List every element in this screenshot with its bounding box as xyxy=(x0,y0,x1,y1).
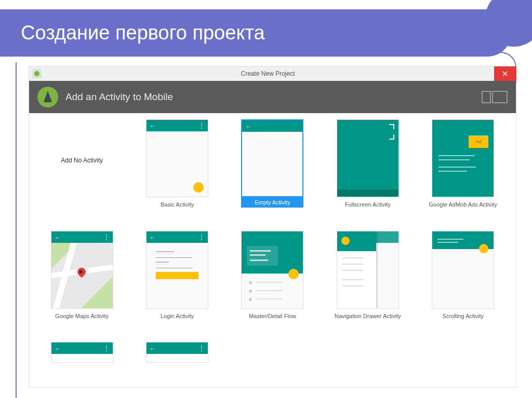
template-partial-2[interactable]: ←⋮ xyxy=(135,342,219,368)
template-google-maps-activity[interactable]: ←⋮ Google Maps Activity xyxy=(39,231,124,333)
window-titlebar: Create New Project xyxy=(29,66,516,81)
template-label: Master/Detail Flow xyxy=(249,313,296,319)
template-label: Fullscreen Activity xyxy=(345,201,391,208)
template-label: Google AdMob Ads Activity xyxy=(429,201,497,208)
slide-title: Создание первого проекта xyxy=(0,9,511,57)
template-scrolling-activity[interactable]: Scrolling Activity xyxy=(421,231,506,333)
ad-placeholder-icon: Ad xyxy=(469,135,488,148)
back-icon: ← xyxy=(150,122,156,130)
device-form-icon xyxy=(482,91,508,103)
template-empty-activity[interactable]: ← Empty Activity xyxy=(230,119,315,222)
template-label: Login Activity xyxy=(161,313,194,319)
template-label: Add No Activity xyxy=(61,157,103,164)
template-partial-1[interactable]: ←⋮ xyxy=(39,342,124,368)
template-label: Scrolling Activity xyxy=(443,313,484,319)
template-label: Navigation Drawer Activity xyxy=(335,313,401,319)
admob-bg xyxy=(432,120,494,197)
wizard-header: Add an Activity to Mobile xyxy=(29,81,516,113)
template-basic-activity[interactable]: ←⋮ Basic Activity xyxy=(135,119,219,222)
fab-icon xyxy=(193,182,204,193)
template-label: Empty Activity xyxy=(241,197,303,208)
template-label: Basic Activity xyxy=(161,201,194,208)
fab-icon xyxy=(288,269,299,279)
login-button-preview xyxy=(156,272,198,279)
menu-icon: ⋮ xyxy=(103,234,110,241)
android-studio-logo-icon xyxy=(37,87,58,107)
back-icon: ← xyxy=(55,345,61,352)
back-icon: ← xyxy=(55,234,61,241)
expand-icon xyxy=(389,134,394,140)
window-title: Create New Project xyxy=(42,70,494,77)
fab-icon xyxy=(479,244,488,253)
template-add-no-activity[interactable]: Add No Activity xyxy=(39,119,124,222)
avatar-icon xyxy=(341,237,350,245)
close-icon xyxy=(502,71,508,76)
slide-left-line xyxy=(16,62,17,398)
menu-icon: ⋮ xyxy=(198,234,205,241)
template-navigation-drawer-activity[interactable]: Navigation Drawer Activity xyxy=(325,231,410,333)
template-master-detail-flow[interactable]: Master/Detail Flow xyxy=(230,231,315,333)
dialog-window: Create New Project Add an Activity to Mo… xyxy=(29,66,516,388)
back-icon: ← xyxy=(245,123,251,130)
app-icon xyxy=(32,69,42,78)
menu-icon: ⋮ xyxy=(198,345,205,352)
back-icon: ← xyxy=(150,345,156,352)
wizard-header-title: Add an Activity to Mobile xyxy=(65,91,173,103)
template-login-activity[interactable]: ←⋮ Login Activity xyxy=(135,231,219,333)
fullscreen-bg xyxy=(337,120,398,197)
menu-icon: ⋮ xyxy=(103,345,110,352)
close-button[interactable] xyxy=(494,66,516,81)
template-fullscreen-activity[interactable]: Fullscreen Activity xyxy=(325,119,410,222)
expand-icon xyxy=(389,124,394,129)
menu-icon: ⋮ xyxy=(198,122,205,129)
template-label: Google Maps Activity xyxy=(55,313,109,319)
back-icon: ← xyxy=(150,234,156,241)
template-admob-activity[interactable]: Ad Google AdMob Ads Activity xyxy=(421,119,506,222)
activity-template-grid: Add No Activity ←⋮ Basic Activity ← Empt… xyxy=(29,113,516,388)
